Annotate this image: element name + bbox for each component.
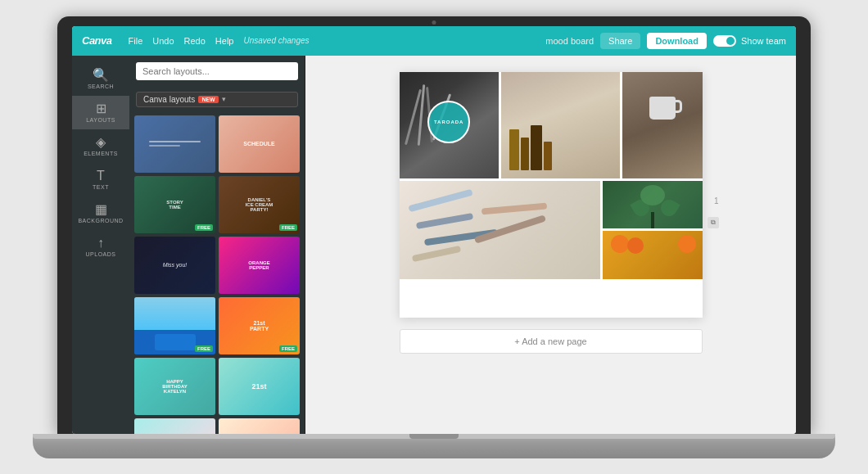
layout-thumb-11[interactable]: BEACHTIME bbox=[134, 418, 215, 434]
sidebar-item-search[interactable]: 🔍 SEARCH bbox=[72, 62, 129, 96]
mb-cell-oranges bbox=[603, 231, 702, 279]
icon-sidebar: 🔍 SEARCH ⊞ LAYOUTS ◈ ELEMENTS T bbox=[72, 56, 129, 434]
free-tag-4: FREE bbox=[279, 224, 297, 231]
canvas-page-wrapper: TAROADA bbox=[400, 72, 703, 329]
mb-cell-top-right-b bbox=[622, 72, 702, 178]
unsaved-changes: Unsaved changes bbox=[243, 36, 536, 45]
download-button[interactable]: Download bbox=[647, 33, 707, 49]
panel-search bbox=[129, 56, 305, 87]
mb-cell-top-right bbox=[501, 72, 703, 178]
main-content: 🔍 SEARCH ⊞ LAYOUTS ◈ ELEMENTS T bbox=[72, 56, 796, 434]
layouts-grid: SCHEDULE STORYTIME FREE DANIEL'SICE CREA… bbox=[129, 112, 305, 434]
sidebar-item-background-label: BACKGROUND bbox=[78, 218, 123, 223]
sidebar-item-layouts-label: LAYOUTS bbox=[86, 117, 115, 123]
laptop-bezel: Canva File Undo Redo Help Unsaved change… bbox=[57, 16, 811, 434]
menu-file[interactable]: File bbox=[129, 36, 143, 46]
show-team-toggle[interactable]: Show team bbox=[713, 35, 786, 47]
free-tag-3: FREE bbox=[195, 224, 213, 231]
canvas-page[interactable]: TAROADA bbox=[400, 72, 703, 318]
layout-thumb-12[interactable]: Shone bbox=[219, 418, 300, 434]
filter-arrow-icon: ▾ bbox=[222, 95, 226, 103]
uploads-icon: ↑ bbox=[97, 237, 104, 250]
layout-thumb-9[interactable]: HAPPYBIRTHDAYKATELYN bbox=[134, 358, 215, 415]
sidebar-item-elements-label: ELEMENTS bbox=[84, 151, 118, 156]
project-name: mood board bbox=[545, 36, 594, 46]
page-tools: ⧉ bbox=[708, 217, 719, 228]
sidebar-item-search-label: SEARCH bbox=[88, 84, 114, 89]
menu-help[interactable]: Help bbox=[215, 36, 234, 46]
show-team-toggle-switch[interactable] bbox=[713, 35, 736, 47]
filter-label-text: Canva layouts bbox=[143, 95, 195, 104]
background-icon: ▦ bbox=[95, 203, 107, 216]
show-team-label: Show team bbox=[741, 36, 786, 46]
layout-thumb-5[interactable]: Miss you! bbox=[134, 237, 215, 294]
laptop-body: Canva File Undo Redo Help Unsaved change… bbox=[57, 16, 811, 458]
layout-thumb-7[interactable]: FREE bbox=[134, 297, 215, 354]
mb-cell-bottom-left bbox=[400, 181, 601, 279]
right-controls: mood board Share Download Show team bbox=[545, 33, 786, 49]
laptop-base bbox=[33, 434, 835, 458]
sidebar-item-uploads[interactable]: ↑ UPLOADS bbox=[72, 230, 129, 264]
menu-undo[interactable]: Undo bbox=[152, 36, 174, 46]
sidebar-item-background[interactable]: ▦ BACKGROUND bbox=[72, 196, 129, 230]
layouts-panel: Canva layouts NEW ▾ bbox=[129, 56, 305, 434]
page-copy-tool[interactable]: ⧉ bbox=[708, 217, 719, 228]
camera-dot bbox=[432, 20, 436, 25]
add-page-button[interactable]: + Add a new page bbox=[400, 329, 703, 354]
filter-dropdown[interactable]: Canva layouts NEW ▾ bbox=[136, 92, 298, 107]
canva-logo-text: Canva bbox=[82, 34, 112, 47]
menu-bar: Canva File Undo Redo Help Unsaved change… bbox=[72, 26, 796, 56]
mb-cell-top-right-a bbox=[501, 72, 621, 178]
panel-filter: Canva layouts NEW ▾ bbox=[129, 87, 305, 112]
canva-logo: Canva bbox=[82, 34, 112, 47]
sidebar-item-text[interactable]: T TEXT bbox=[72, 163, 129, 196]
search-icon: 🔍 bbox=[93, 69, 109, 82]
sidebar-item-text-label: TEXT bbox=[93, 184, 109, 190]
layout-thumb-10[interactable]: 21st bbox=[219, 358, 300, 415]
text-icon: T bbox=[97, 169, 105, 183]
laptop-wrapper: Canva File Undo Redo Help Unsaved change… bbox=[0, 0, 868, 474]
sidebar-item-uploads-label: UPLOADS bbox=[86, 251, 116, 257]
canvas-area: TAROADA bbox=[305, 56, 796, 434]
layout-thumb-2[interactable]: SCHEDULE bbox=[219, 115, 300, 173]
sidebar-item-layouts[interactable]: ⊞ LAYOUTS bbox=[72, 96, 129, 129]
layout-thumb-4[interactable]: DANIEL'SICE CREAMPARTY! FREE bbox=[219, 176, 300, 233]
free-tag-7: FREE bbox=[195, 345, 213, 352]
mb-cell-plant bbox=[603, 181, 702, 229]
mood-board-grid: TAROADA bbox=[400, 72, 703, 279]
laptop-screen: Canva File Undo Redo Help Unsaved change… bbox=[72, 26, 796, 434]
mb-cell-bottom-right bbox=[603, 181, 702, 279]
circle-overlay: TAROADA bbox=[427, 101, 470, 143]
layout-thumb-6[interactable]: ORANGEPEPPER bbox=[219, 237, 300, 294]
free-tag-8: FREE bbox=[279, 345, 297, 352]
new-badge: NEW bbox=[198, 96, 218, 103]
mb-cell-top-left: TAROADA bbox=[400, 72, 499, 178]
share-button[interactable]: Share bbox=[600, 33, 640, 49]
laptop-hinge bbox=[409, 434, 459, 439]
menu-redo[interactable]: Redo bbox=[184, 36, 206, 46]
layouts-search-input[interactable] bbox=[136, 62, 298, 80]
elements-icon: ◈ bbox=[96, 136, 106, 149]
page-number: 1 bbox=[714, 196, 719, 205]
layout-thumb-3[interactable]: STORYTIME FREE bbox=[134, 176, 215, 233]
layouts-icon: ⊞ bbox=[96, 102, 106, 115]
layout-thumb-1[interactable] bbox=[134, 115, 215, 173]
layout-thumb-8[interactable]: 21stPARTY FREE bbox=[219, 297, 300, 354]
sidebar-item-elements[interactable]: ◈ ELEMENTS bbox=[72, 129, 129, 163]
